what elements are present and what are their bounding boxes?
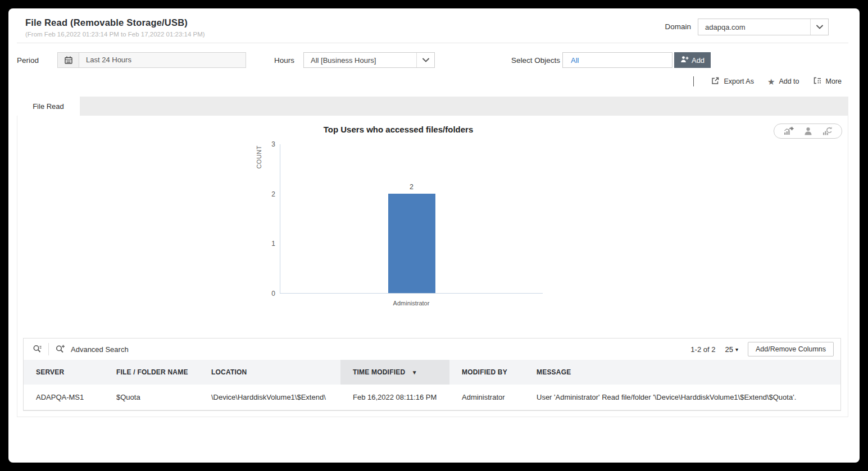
select-objects-input[interactable] xyxy=(562,52,672,68)
chart-categories: Administrator xyxy=(280,294,543,307)
tab-strip: File Read xyxy=(17,97,848,116)
add-chart-icon[interactable] xyxy=(783,126,794,136)
caret-down-icon: ▾ xyxy=(735,346,738,353)
cell-modified-by: Administrator xyxy=(449,385,524,410)
x-category-label: Administrator xyxy=(393,300,430,307)
tab-file-read[interactable]: File Read xyxy=(17,97,80,116)
y-tick-label: 0 xyxy=(271,290,275,298)
chart-plot: 2 xyxy=(280,144,543,294)
period-value: Last 24 Hours xyxy=(79,53,131,67)
y-tick-label: 1 xyxy=(271,240,275,248)
bar-Administrator[interactable]: 2 xyxy=(388,194,435,293)
advanced-search-label[interactable]: Advanced Search xyxy=(71,345,129,354)
column-header-modified-by[interactable]: MODIFIED BY xyxy=(449,360,524,385)
add-to-label: Add to xyxy=(779,77,799,85)
page-header: File Read (Removable Storage/USB) (From … xyxy=(17,8,848,43)
more-button[interactable]: More xyxy=(813,76,842,86)
export-icon xyxy=(711,76,720,87)
pagination-range: 1-2 of 2 xyxy=(690,345,715,354)
more-label: More xyxy=(826,77,842,85)
y-tick-label: 3 xyxy=(271,140,275,148)
person-plus-icon xyxy=(680,56,689,65)
add-objects-button[interactable]: Add xyxy=(674,52,711,68)
domain-label: Domain xyxy=(665,19,691,35)
hours-select[interactable]: All [Business Hours] xyxy=(303,52,435,68)
period-label: Period xyxy=(17,56,57,65)
period-picker[interactable]: Last 24 Hours xyxy=(57,52,246,68)
sort-descending-icon: ▼ xyxy=(412,369,417,376)
chart-toolbar xyxy=(774,124,842,139)
cell-server: ADAPQA-MS1 xyxy=(24,385,104,410)
column-header-file-folder-name[interactable]: FILE / FOLDER NAME xyxy=(104,360,199,385)
page-size-select[interactable]: 25 ▾ xyxy=(725,345,738,354)
column-header-label: TIME MODIFIED xyxy=(353,368,405,376)
refresh-chart-icon[interactable] xyxy=(822,126,833,136)
cell-file-folder-name: $Quota xyxy=(104,385,199,410)
column-header-message[interactable]: MESSAGE xyxy=(524,360,840,385)
add-button-label: Add xyxy=(692,56,705,65)
domain-select[interactable]: adapqa.com xyxy=(698,19,829,35)
y-tick-label: 2 xyxy=(271,190,275,198)
add-to-button[interactable]: ★ Add to xyxy=(767,77,799,86)
add-remove-columns-button[interactable]: Add/Remove Columns xyxy=(748,342,834,356)
cell-message: User 'Administrator' Read file/folder '\… xyxy=(524,385,840,410)
domain-group: Domain adapqa.com xyxy=(665,17,829,43)
calendar-icon[interactable] xyxy=(58,53,79,67)
user-view-icon[interactable] xyxy=(803,126,813,136)
bar-value-label: 2 xyxy=(388,183,435,191)
table-row[interactable]: ADAPQA-MS1$Quota\Device\HarddiskVolume1\… xyxy=(24,385,840,410)
domain-value: adapqa.com xyxy=(698,23,810,31)
action-row: Export As ★ Add to More xyxy=(8,75,860,88)
report-period-subtitle: (From Feb 16,2022 01:23:14 PM to Feb 17,… xyxy=(25,31,205,38)
tab-panel: Top Users who accessed files/folders xyxy=(17,116,848,417)
table-body: ADAPQA-MS1$Quota\Device\HarddiskVolume1\… xyxy=(24,385,840,410)
page-title: File Read (Removable Storage/USB) xyxy=(25,17,205,28)
action-divider xyxy=(693,76,694,86)
bar-fill xyxy=(388,194,435,293)
more-icon xyxy=(813,76,822,86)
table-toolbar-right: 1-2 of 2 25 ▾ Add/Remove Columns xyxy=(690,342,834,356)
cell-location: \Device\HarddiskVolume1\$Extend\ xyxy=(199,385,340,410)
chart-y-axis-labels: 0123 xyxy=(257,144,275,294)
column-header-location[interactable]: LOCATION xyxy=(199,360,340,385)
advanced-search-icon[interactable] xyxy=(53,344,67,354)
chevron-down-icon xyxy=(810,19,828,35)
title-block: File Read (Removable Storage/USB) (From … xyxy=(25,17,205,43)
data-grid: SERVER FILE / FOLDER NAME LOCATION TIME … xyxy=(24,360,840,410)
hours-value: All [Business Hours] xyxy=(304,56,416,65)
app-window: File Read (Removable Storage/USB) (From … xyxy=(8,8,860,463)
star-icon: ★ xyxy=(767,77,775,86)
cell-time-modified: Feb 16,2022 08:11:16 PM xyxy=(340,385,449,410)
toolbar-divider xyxy=(48,343,49,355)
page-size-value: 25 xyxy=(725,345,733,354)
tab-label: File Read xyxy=(33,102,64,111)
export-as-label: Export As xyxy=(724,77,754,85)
chevron-down-icon xyxy=(416,53,434,67)
table-header-row: SERVER FILE / FOLDER NAME LOCATION TIME … xyxy=(24,360,840,385)
export-as-button[interactable]: Export As xyxy=(711,76,754,87)
table-toolbar: Advanced Search 1-2 of 2 25 ▾ Add/Remove… xyxy=(24,339,840,360)
chart-area: Top Users who accessed files/folders xyxy=(17,116,848,335)
hours-label: Hours xyxy=(274,56,303,65)
filter-row: Period Last 24 Hours Hours All [Business… xyxy=(8,52,860,68)
select-objects-label: Select Objects xyxy=(511,56,560,65)
column-header-server[interactable]: SERVER xyxy=(24,360,104,385)
column-header-time-modified[interactable]: TIME MODIFIED ▼ xyxy=(340,360,449,385)
table-card: Advanced Search 1-2 of 2 25 ▾ Add/Remove… xyxy=(23,338,841,411)
search-icon[interactable] xyxy=(30,344,44,354)
chart-title: Top Users who accessed files/folders xyxy=(258,125,539,134)
